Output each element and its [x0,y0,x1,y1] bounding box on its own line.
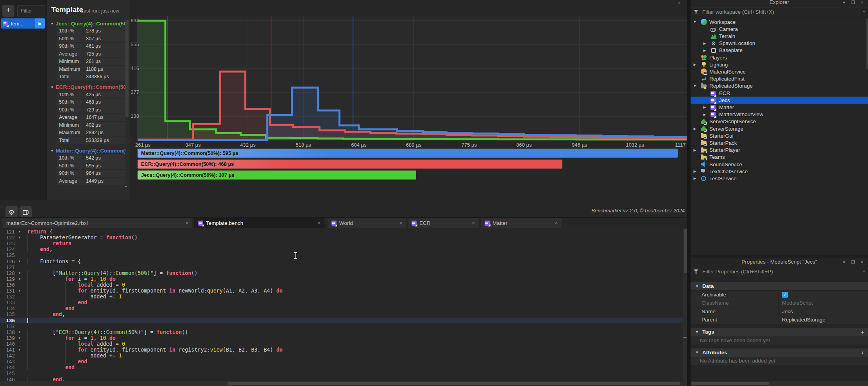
explorer-filter-input[interactable]: Filter workspace (Ctrl+Shift+X) ▾ [691,7,868,16]
tree-item-camera[interactable]: Camera [691,25,868,32]
expander-closed-icon[interactable]: ▶ [702,113,707,117]
tab-matter[interactable]: Matter× [481,218,562,228]
lighting-icon [701,61,707,68]
stats-section-header[interactable]: ▾Jecs::Query(4)::Common(50%) [49,20,125,27]
property-value[interactable]: ModuleScript [778,299,868,307]
tab-world[interactable]: World× [328,218,406,228]
tree-item-matter[interactable]: ▶Matter [691,104,868,111]
properties-filter-input[interactable]: Filter Properties (Ctrl+Shift+P) ▾ [691,267,868,276]
fold-arrow-icon[interactable]: ▼ [18,229,21,234]
properties-scrollbar-thumb[interactable] [691,382,770,385]
fold-arrow-icon[interactable]: ▼ [18,259,21,264]
expander-closed-icon[interactable]: ▶ [693,148,697,152]
tree-item-label: MatterWithoutView [719,111,763,117]
stats-scrollbar[interactable] [125,20,129,117]
expander-closed-icon[interactable]: ▶ [693,176,697,180]
tree-item-players[interactable]: Players [691,54,868,61]
tab-close-icon[interactable]: × [472,220,475,226]
stats-row: Minimum402 µs [57,122,125,129]
tree-item-replicatedstorage[interactable]: ▼ReplicatedStorage [691,83,868,90]
tab-close-icon[interactable]: × [400,220,403,226]
docs-button[interactable] [20,206,32,218]
tree-item-textchatservice[interactable]: ▶TextChatService [691,168,868,175]
expander-closed-icon[interactable]: ▶ [702,105,707,109]
properties-section-data[interactable]: ▼Data [691,282,868,291]
property-row-classname[interactable]: ClassNameModuleScript [691,299,868,308]
expander-closed-icon[interactable]: ▶ [693,169,697,173]
panel-close-icon[interactable]: × [678,0,680,5]
fold-arrow-icon[interactable]: ▼ [18,330,21,335]
run-benchmark-button[interactable]: ▶ [35,18,45,29]
tab-close-icon[interactable]: × [555,220,558,226]
tab-ecr[interactable]: ECR× [408,218,479,228]
tree-item-soundservice[interactable]: SoundService [691,161,868,168]
legend-bar[interactable]: ECR::Query(4)::Common(50%): 468 µs [138,160,562,169]
explorer-scrollbar[interactable] [866,18,868,69]
tree-item-starterplayer[interactable]: ▶StarterPlayer [691,147,868,154]
explorer-window-icons[interactable]: ▾ ❐ × [843,0,866,5]
stat-label: Total [57,74,84,79]
legend-bar[interactable]: Jecs::Query(4)::Common(50%): 307 µs [138,171,416,180]
expander-closed-icon[interactable]: ▶ [693,63,697,66]
expander-closed-icon[interactable]: ▶ [693,127,697,131]
add-icon[interactable]: + [861,349,864,356]
explorer-panel: Explorer ▾ ❐ × Filter workspace (Ctrl+Sh… [691,0,868,255]
tree-item-replicatedfirst[interactable]: ⇄ReplicatedFirst [691,75,868,83]
tree-item-workspace[interactable]: ▼Workspace [691,18,868,25]
tree-item-lighting[interactable]: ▶Lighting [691,61,868,68]
property-value[interactable]: ✓ [778,291,868,299]
fold-arrow-icon[interactable]: ▼ [18,276,21,282]
properties-section-attributes[interactable]: ▼Attributes+ [691,348,868,357]
legend-bar[interactable]: Matter::Query(4)::Common(50%): 595 µs [138,149,678,158]
tree-item-testservice[interactable]: ▶✓TestService [691,175,868,182]
tab-template-bench[interactable]: Template.bench× [194,218,324,228]
modulescript-icon [331,221,336,226]
tree-item-teams[interactable]: Teams [691,154,868,161]
expander-open-icon[interactable]: ▼ [693,20,697,24]
add-icon[interactable]: + [861,329,864,335]
checkbox-checked[interactable]: ✓ [782,292,788,298]
fold-arrow-icon[interactable]: ▼ [18,235,21,240]
tab-close-icon[interactable]: × [318,220,320,226]
add-benchmark-button[interactable]: + [2,5,14,17]
tree-item-starterpack[interactable]: StarterPack [691,139,868,146]
fold-arrow-icon[interactable]: ▼ [18,271,21,276]
code-line: 140 local added = 0 [0,341,683,347]
property-value[interactable]: ReplicatedStorage [778,316,868,324]
tree-item-terrain[interactable]: Terrain [691,32,868,39]
fold-arrow-icon[interactable]: ▼ [18,336,21,341]
tree-item-ecr[interactable]: ECR [691,90,868,97]
stats-section-header[interactable]: ▾ECR::Query(4)::Common(50%) [49,83,125,91]
property-value[interactable]: Jecs [778,307,868,316]
tree-item-jecs[interactable]: Jecs [691,97,868,104]
property-row-parent[interactable]: ParentReplicatedStorage [691,316,868,325]
stats-scroll-down-icon[interactable]: ▾ [125,185,127,189]
tree-item-serverstorage[interactable]: ▶ServerStorage [691,125,868,132]
property-row-archivable[interactable]: Archivable✓ [691,291,868,299]
tree-item-spawnlocation[interactable]: ▶⚙SpawnLocation [691,40,868,47]
tree-item-baseplate[interactable]: ▶Baseplate [691,47,868,54]
properties-window-icons[interactable]: ▾ ❐ × [843,260,866,265]
fold-arrow-icon[interactable]: ▼ [18,347,21,352]
editor-hscroll-thumb[interactable] [227,382,680,385]
tree-item-materialservice[interactable]: MaterialService [691,68,868,75]
properties-section-tags[interactable]: ▼Tags+ [691,328,868,336]
stats-section-header[interactable]: ▾Matter::Query(4)::Common(50%) [49,147,125,154]
benchmark-filter-input[interactable]: Filter [17,5,45,16]
script-editor[interactable]: 121▼return {122▼ ParameterGenerator = fu… [0,228,687,382]
code-line: 125 [0,252,683,258]
property-row-name[interactable]: NameJecs [691,307,868,316]
tree-item-startergui[interactable]: StarterGui [691,132,868,139]
tree-item-matterwithoutview[interactable]: ▶MatterWithoutView [691,111,868,118]
expander-open-icon[interactable]: ▼ [693,84,697,88]
benchmark-list-item-template[interactable]: Tem... ▶ [1,18,45,29]
tab-close-icon[interactable]: × [186,220,188,226]
tree-item-serverscriptservice[interactable]: ServerScriptService [691,118,868,125]
fold-arrow-icon[interactable]: ▼ [18,288,21,293]
tree-item-label: ReplicatedStorage [709,83,753,89]
expander-closed-icon[interactable]: ▶ [702,41,707,45]
expander-closed-icon[interactable]: ▶ [702,48,707,52]
panel-splitter[interactable] [687,0,691,386]
tab-matterecr-common-optimize2-rbxl[interactable]: matterEcr-Common-Optimize2.rbxl× [2,218,192,228]
settings-button[interactable]: ⚙ [5,206,18,218]
